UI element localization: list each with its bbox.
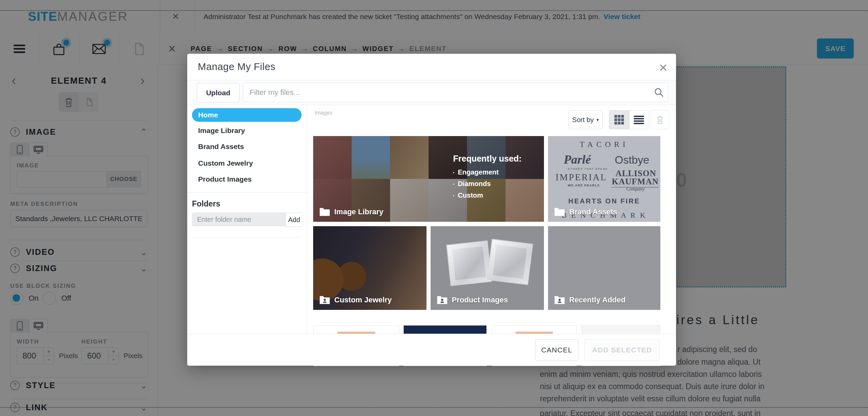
grid-view-button[interactable]	[609, 111, 629, 129]
file-tile-grid: Frequently used: ▪ Engagement ▪ Diamonds…	[313, 136, 660, 340]
smart-folder-icon	[319, 295, 330, 304]
grid-icon	[614, 115, 624, 124]
files-nav-home[interactable]: Home	[192, 108, 302, 122]
brand-logo-hearts-on-fire: HEARTS ON FIRE	[548, 197, 660, 205]
view-toggle-group	[609, 110, 649, 129]
cancel-button[interactable]: CANCEL	[535, 339, 578, 361]
brand-logo-tacori: TACORI	[548, 140, 660, 149]
caret-down-icon: ▾	[596, 117, 599, 122]
frequently-used-heading: Frequently used:	[453, 154, 521, 164]
folders-heading: Folders	[192, 199, 220, 209]
frequently-used-list: Frequently used: ▪ Engagement ▪ Diamonds…	[453, 154, 521, 203]
folder-icon	[319, 207, 330, 216]
modal-title: Manage My Files	[198, 61, 275, 72]
app-window: SITE MANAGER × Administrator Test at Pun…	[0, 0, 868, 416]
bullet-icon: ▪	[453, 170, 454, 174]
files-nav-custom-jewelry[interactable]: Custom Jewelry	[192, 156, 302, 170]
smart-folder-icon	[554, 295, 565, 304]
folder-tile-product-images[interactable]: Product Images	[431, 226, 544, 310]
frequent-item[interactable]: Engagement	[458, 168, 499, 176]
upload-button[interactable]: Upload	[197, 83, 240, 102]
trash-icon	[656, 115, 664, 124]
search-icon[interactable]	[654, 87, 664, 98]
sort-by-button[interactable]: Sort by ▾	[568, 110, 602, 129]
list-icon	[634, 115, 644, 125]
brand-logo-parle: Parlé	[564, 152, 591, 167]
smart-folder-icon	[437, 295, 448, 304]
new-folder-name-input[interactable]	[192, 213, 285, 226]
bullet-icon: ▪	[453, 182, 454, 186]
frequent-item[interactable]: Custom	[458, 192, 483, 199]
folder-tile-custom-jewelry[interactable]: Custom Jewelry	[313, 226, 427, 310]
files-nav-product-images[interactable]: Product Images	[192, 172, 302, 186]
delete-files-button[interactable]	[651, 110, 669, 129]
divider	[307, 105, 307, 334]
tile-label: Recently Added	[569, 296, 625, 304]
tile-label: Image Library	[334, 207, 383, 216]
files-nav-brand-assets[interactable]: Brand Assets	[192, 140, 302, 153]
files-nav-image-library[interactable]: Image Library	[192, 124, 302, 137]
list-view-button[interactable]	[629, 111, 649, 129]
diamond-earring-image	[446, 240, 492, 286]
diamond-earring-image	[487, 239, 533, 285]
folder-tile-recently-added[interactable]: Recently Added	[548, 226, 660, 310]
manage-files-modal: Manage My Files × Upload Home Image Libr…	[187, 54, 676, 365]
modal-close-icon[interactable]: ×	[659, 61, 668, 75]
folder-tile-brand-assets[interactable]: TACORI Parlé STONES THAT SPEAK Ostbye IM…	[548, 136, 660, 222]
modal-footer: CANCEL ADD SELECTED	[187, 334, 676, 366]
add-folder-button[interactable]: Add	[285, 213, 303, 227]
brand-logo-kaufman: KAUFMAN	[611, 177, 659, 187]
brand-logo-ostbye: Ostbye	[615, 154, 649, 166]
bullet-icon: ▪	[453, 194, 454, 198]
content-breadcrumb: Images	[315, 110, 332, 116]
folder-icon	[554, 207, 565, 216]
sort-by-label: Sort by	[572, 116, 594, 124]
tile-label: Product Images	[452, 296, 508, 304]
add-selected-button[interactable]: ADD SELECTED	[584, 339, 660, 361]
tile-label: Brand Assets	[569, 207, 617, 216]
brand-logo-imperial: IMPERIAL	[556, 172, 607, 183]
modal-toolbar: Upload	[187, 80, 676, 105]
divider	[192, 237, 302, 237]
tile-label: Custom Jewelry	[334, 296, 392, 304]
brand-logo-company: Company	[626, 186, 645, 192]
folder-tile-image-library[interactable]: Frequently used: ▪ Engagement ▪ Diamonds…	[313, 136, 544, 222]
brand-logo-imperial-tagline: WE ARE PEARLS	[568, 184, 600, 187]
frequent-item[interactable]: Diamonds	[458, 180, 491, 188]
divider	[187, 192, 307, 193]
filter-files-input[interactable]	[243, 83, 668, 102]
brand-logo-parle-tagline: STONES THAT SPEAK	[568, 167, 608, 170]
